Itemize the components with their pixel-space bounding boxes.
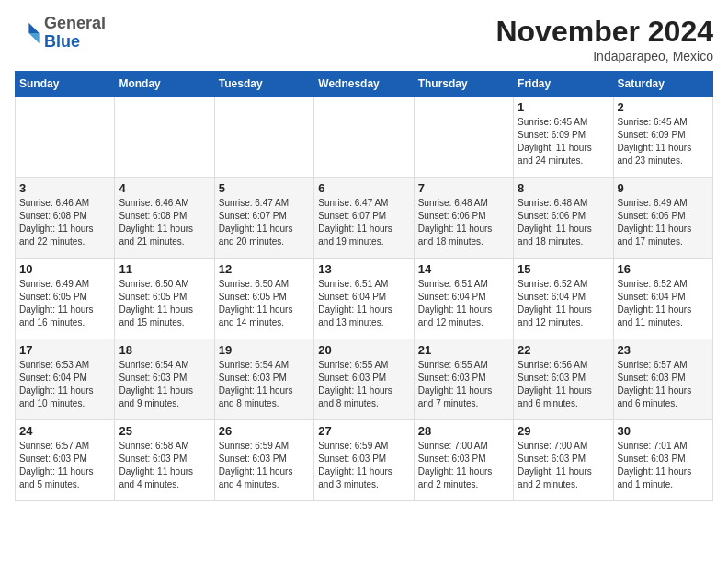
logo-blue: Blue [44,32,80,51]
calendar-cell: 26Sunrise: 6:59 AM Sunset: 6:03 PM Dayli… [214,420,313,501]
day-number: 20 [318,343,409,357]
calendar-cell: 1Sunrise: 6:45 AM Sunset: 6:09 PM Daylig… [514,97,613,178]
day-info: Sunrise: 6:48 AM Sunset: 6:06 PM Dayligh… [418,197,509,248]
calendar-cell [414,97,513,178]
day-info: Sunrise: 6:52 AM Sunset: 6:04 PM Dayligh… [618,278,709,329]
calendar-cell: 6Sunrise: 6:47 AM Sunset: 6:07 PM Daylig… [314,178,414,259]
day-number: 10 [19,262,110,276]
day-info: Sunrise: 6:50 AM Sunset: 6:05 PM Dayligh… [219,278,310,329]
weekday-header-row: SundayMondayTuesdayWednesdayThursdayFrid… [16,72,713,97]
weekday-header-wednesday: Wednesday [314,72,414,97]
weekday-header-thursday: Thursday [414,72,513,97]
day-number: 15 [518,262,609,276]
month-title: November 2024 [495,15,713,49]
calendar-cell: 28Sunrise: 7:00 AM Sunset: 6:03 PM Dayli… [414,420,513,501]
logo-general: General [44,14,106,32]
title-block: November 2024 Indaparapeo, Mexico [495,15,713,63]
day-number: 14 [418,262,509,276]
calendar-cell: 3Sunrise: 6:46 AM Sunset: 6:08 PM Daylig… [16,178,115,259]
day-info: Sunrise: 6:46 AM Sunset: 6:08 PM Dayligh… [119,197,210,248]
logo-text: General Blue [44,15,106,52]
day-number: 21 [418,343,509,357]
calendar-week-3: 10Sunrise: 6:49 AM Sunset: 6:05 PM Dayli… [16,259,713,339]
day-info: Sunrise: 6:45 AM Sunset: 6:09 PM Dayligh… [518,116,609,167]
calendar-cell: 13Sunrise: 6:51 AM Sunset: 6:04 PM Dayli… [314,259,414,339]
logo-icon [15,20,40,46]
calendar-cell: 19Sunrise: 6:54 AM Sunset: 6:03 PM Dayli… [214,339,313,420]
day-info: Sunrise: 7:00 AM Sunset: 6:03 PM Dayligh… [518,440,609,491]
day-number: 29 [518,424,609,438]
day-info: Sunrise: 7:01 AM Sunset: 6:03 PM Dayligh… [618,440,709,491]
calendar-week-2: 3Sunrise: 6:46 AM Sunset: 6:08 PM Daylig… [16,178,713,259]
day-number: 13 [318,262,409,276]
day-info: Sunrise: 6:57 AM Sunset: 6:03 PM Dayligh… [618,359,709,410]
calendar-cell: 20Sunrise: 6:55 AM Sunset: 6:03 PM Dayli… [314,339,414,420]
day-number: 24 [19,424,110,438]
calendar-cell [115,97,214,178]
day-number: 9 [618,181,709,195]
day-info: Sunrise: 6:54 AM Sunset: 6:03 PM Dayligh… [219,359,310,410]
location: Indaparapeo, Mexico [495,49,713,63]
calendar-cell [16,97,115,178]
day-number: 6 [318,181,409,195]
day-info: Sunrise: 6:55 AM Sunset: 6:03 PM Dayligh… [318,359,409,410]
day-number: 8 [518,181,609,195]
day-info: Sunrise: 6:53 AM Sunset: 6:04 PM Dayligh… [19,359,110,410]
day-number: 30 [618,424,709,438]
calendar-cell: 29Sunrise: 7:00 AM Sunset: 6:03 PM Dayli… [514,420,613,501]
calendar-week-1: 1Sunrise: 6:45 AM Sunset: 6:09 PM Daylig… [16,97,713,178]
calendar-table: SundayMondayTuesdayWednesdayThursdayFrid… [15,71,713,501]
day-number: 17 [19,343,110,357]
day-info: Sunrise: 6:59 AM Sunset: 6:03 PM Dayligh… [318,440,409,491]
day-number: 28 [418,424,509,438]
calendar-cell: 27Sunrise: 6:59 AM Sunset: 6:03 PM Dayli… [314,420,414,501]
calendar-cell [214,97,313,178]
day-info: Sunrise: 6:49 AM Sunset: 6:05 PM Dayligh… [19,278,110,329]
day-number: 12 [219,262,310,276]
day-number: 16 [618,262,709,276]
page-header: General Blue November 2024 Indaparapeo, … [15,15,713,63]
logo: General Blue [15,15,106,52]
calendar-cell: 2Sunrise: 6:45 AM Sunset: 6:09 PM Daylig… [613,97,712,178]
day-number: 23 [618,343,709,357]
calendar-cell: 24Sunrise: 6:57 AM Sunset: 6:03 PM Dayli… [16,420,115,501]
weekday-header-tuesday: Tuesday [214,72,313,97]
day-info: Sunrise: 6:57 AM Sunset: 6:03 PM Dayligh… [19,440,110,491]
calendar-cell: 4Sunrise: 6:46 AM Sunset: 6:08 PM Daylig… [115,178,214,259]
day-number: 3 [19,181,110,195]
day-number: 4 [119,181,210,195]
day-info: Sunrise: 6:59 AM Sunset: 6:03 PM Dayligh… [219,440,310,491]
day-info: Sunrise: 6:46 AM Sunset: 6:08 PM Dayligh… [19,197,110,248]
calendar-cell: 9Sunrise: 6:49 AM Sunset: 6:06 PM Daylig… [613,178,712,259]
calendar-cell: 16Sunrise: 6:52 AM Sunset: 6:04 PM Dayli… [613,259,712,339]
calendar-cell: 10Sunrise: 6:49 AM Sunset: 6:05 PM Dayli… [16,259,115,339]
day-info: Sunrise: 6:56 AM Sunset: 6:03 PM Dayligh… [518,359,609,410]
calendar-cell: 5Sunrise: 6:47 AM Sunset: 6:07 PM Daylig… [214,178,313,259]
weekday-header-sunday: Sunday [16,72,115,97]
day-info: Sunrise: 6:49 AM Sunset: 6:06 PM Dayligh… [618,197,709,248]
day-number: 18 [119,343,210,357]
calendar-week-4: 17Sunrise: 6:53 AM Sunset: 6:04 PM Dayli… [16,339,713,420]
day-info: Sunrise: 6:48 AM Sunset: 6:06 PM Dayligh… [518,197,609,248]
day-info: Sunrise: 6:47 AM Sunset: 6:07 PM Dayligh… [219,197,310,248]
calendar-week-5: 24Sunrise: 6:57 AM Sunset: 6:03 PM Dayli… [16,420,713,501]
weekday-header-monday: Monday [115,72,214,97]
svg-marker-0 [28,23,39,33]
calendar-cell: 7Sunrise: 6:48 AM Sunset: 6:06 PM Daylig… [414,178,513,259]
day-info: Sunrise: 7:00 AM Sunset: 6:03 PM Dayligh… [418,440,509,491]
day-number: 1 [518,100,609,114]
day-info: Sunrise: 6:50 AM Sunset: 6:05 PM Dayligh… [119,278,210,329]
day-info: Sunrise: 6:58 AM Sunset: 6:03 PM Dayligh… [119,440,210,491]
day-number: 22 [518,343,609,357]
day-number: 27 [318,424,409,438]
weekday-header-saturday: Saturday [613,72,712,97]
calendar-cell: 17Sunrise: 6:53 AM Sunset: 6:04 PM Dayli… [16,339,115,420]
day-info: Sunrise: 6:54 AM Sunset: 6:03 PM Dayligh… [119,359,210,410]
day-number: 7 [418,181,509,195]
calendar-cell: 14Sunrise: 6:51 AM Sunset: 6:04 PM Dayli… [414,259,513,339]
calendar-cell: 11Sunrise: 6:50 AM Sunset: 6:05 PM Dayli… [115,259,214,339]
calendar-cell: 8Sunrise: 6:48 AM Sunset: 6:06 PM Daylig… [514,178,613,259]
day-number: 5 [219,181,310,195]
day-info: Sunrise: 6:51 AM Sunset: 6:04 PM Dayligh… [318,278,409,329]
calendar-cell: 30Sunrise: 7:01 AM Sunset: 6:03 PM Dayli… [613,420,712,501]
